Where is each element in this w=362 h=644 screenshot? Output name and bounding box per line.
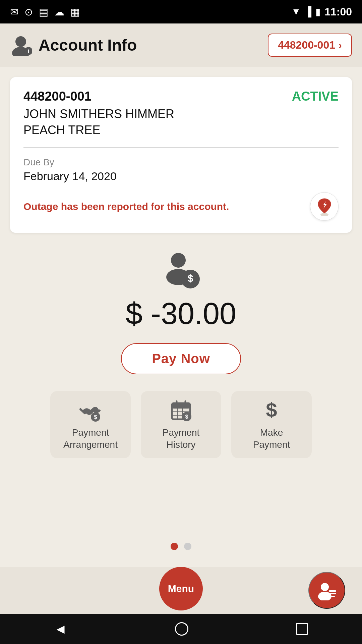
header: i Account Info 448200-001 › bbox=[0, 23, 362, 67]
svg-text:$: $ bbox=[185, 414, 188, 420]
header-left: i Account Info bbox=[10, 34, 137, 56]
dollar-sign-icon: $ bbox=[260, 398, 283, 422]
svg-text:$: $ bbox=[266, 399, 277, 421]
svg-point-0 bbox=[15, 36, 26, 47]
contacts-icon bbox=[317, 580, 337, 600]
contacts-button[interactable] bbox=[308, 572, 345, 609]
menu-button-label: Menu bbox=[168, 583, 194, 594]
sim-icon: ▤ bbox=[39, 6, 48, 18]
pay-now-button[interactable]: Pay Now bbox=[121, 343, 241, 374]
balance-section: $ $ -30.00 Pay Now bbox=[121, 250, 241, 374]
signal-icon: ▐ bbox=[305, 6, 311, 17]
account-number: 448200-001 bbox=[23, 89, 92, 104]
outage-message: Outage has been reported for this accoun… bbox=[23, 201, 310, 212]
account-location: PEACH TREE bbox=[23, 123, 339, 137]
chevron-right-icon: › bbox=[339, 40, 342, 51]
status-icons-left: ✉ ⊙ ▤ ☁ ▦ bbox=[10, 6, 80, 18]
svg-point-23 bbox=[321, 583, 329, 591]
payment-history-button[interactable]: $ PaymentHistory bbox=[141, 391, 221, 458]
account-selector-button[interactable]: 448200-001 › bbox=[268, 34, 352, 57]
account-card: 448200-001 ACTIVE JOHN SMITHERS HIMMER P… bbox=[10, 77, 352, 233]
recents-button[interactable] bbox=[296, 623, 308, 635]
svg-rect-13 bbox=[172, 403, 190, 409]
due-by-date: February 14, 2020 bbox=[23, 170, 339, 183]
battery-icon: ▮ bbox=[315, 6, 320, 17]
pagination-dot-2[interactable] bbox=[184, 543, 191, 550]
account-card-header: 448200-001 ACTIVE bbox=[23, 89, 339, 104]
svg-text:i: i bbox=[28, 48, 29, 54]
cloud-icon: ☁ bbox=[54, 6, 64, 18]
account-holder-name: JOHN SMITHERS HIMMER bbox=[23, 107, 339, 121]
menu-button[interactable]: Menu bbox=[159, 567, 203, 610]
payment-arrangement-button[interactable]: $ PaymentArrangement bbox=[50, 391, 131, 458]
gmail-icon: ✉ bbox=[10, 6, 18, 18]
due-by-label: Due By bbox=[23, 157, 339, 168]
calendar-dollar-icon: $ bbox=[169, 398, 193, 422]
pagination-dots bbox=[171, 543, 191, 550]
outage-report-button[interactable] bbox=[310, 192, 339, 221]
record-icon: ⊙ bbox=[24, 6, 33, 18]
status-time: 11:00 bbox=[324, 6, 352, 18]
svg-text:$: $ bbox=[188, 273, 193, 284]
home-button[interactable] bbox=[175, 622, 188, 636]
account-status-badge: ACTIVE bbox=[292, 89, 339, 104]
account-divider bbox=[23, 147, 339, 148]
make-payment-label: MakePayment bbox=[253, 427, 290, 451]
make-payment-button[interactable]: $ MakePayment bbox=[231, 391, 312, 458]
page-title: Account Info bbox=[39, 36, 137, 54]
account-avatar-icon: i bbox=[10, 34, 32, 56]
payment-arrangement-label: PaymentArrangement bbox=[63, 427, 118, 451]
bottom-bar: Menu bbox=[0, 567, 362, 614]
back-button[interactable]: ◄ bbox=[54, 622, 67, 637]
balance-icon: $ bbox=[161, 250, 201, 290]
status-icons-right: ▼ ▐ ▮ 11:00 bbox=[292, 6, 352, 18]
handshake-icon: $ bbox=[79, 398, 102, 422]
main-content: 448200-001 ACTIVE JOHN SMITHERS HIMMER P… bbox=[0, 67, 362, 567]
balance-amount: $ -30.00 bbox=[126, 297, 236, 331]
payment-history-label: PaymentHistory bbox=[163, 427, 200, 451]
wifi-icon: ▼ bbox=[292, 6, 301, 17]
calendar-icon: ▦ bbox=[70, 6, 80, 18]
action-buttons: $ PaymentArrangement $ PaymentHistory bbox=[50, 391, 312, 458]
svg-text:$: $ bbox=[94, 414, 97, 420]
android-nav-bar: ◄ bbox=[0, 614, 362, 644]
pagination-dot-1[interactable] bbox=[171, 543, 178, 550]
account-footer: Outage has been reported for this accoun… bbox=[23, 192, 339, 221]
svg-point-6 bbox=[171, 253, 186, 268]
status-bar: ✉ ⊙ ▤ ☁ ▦ ▼ ▐ ▮ 11:00 bbox=[0, 0, 362, 23]
account-number-label: 448200-001 bbox=[278, 39, 335, 51]
